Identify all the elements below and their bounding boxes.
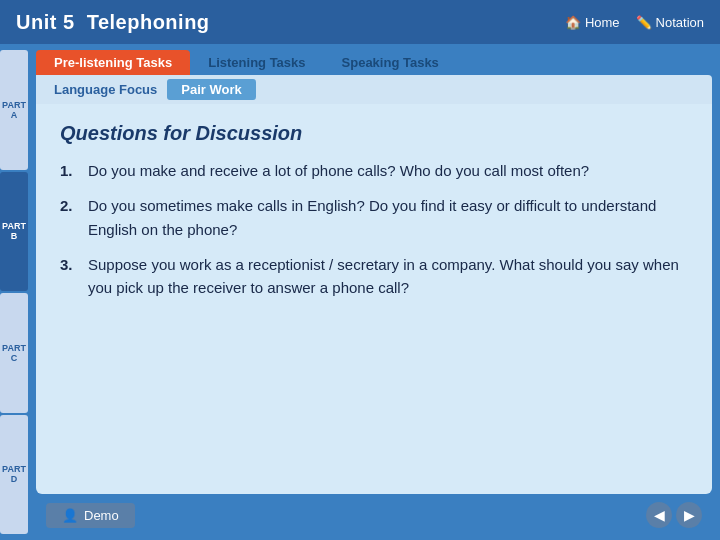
content-card: Questions for Discussion 1. Do you make … [36,104,712,494]
discussion-list: 1. Do you make and receive a lot of phon… [60,159,688,299]
tab-speaking[interactable]: Speaking Tasks [324,50,457,75]
subtab-language-focus[interactable]: Language Focus [44,79,167,100]
user-icon: 👤 [62,508,78,523]
next-button[interactable]: ▶ [676,502,702,528]
subtab-pair-work[interactable]: Pair Work [167,79,255,100]
side-labels: PART A PART B PART C PART D [0,44,28,540]
tab-pre-listening[interactable]: Pre-listening Tasks [36,50,190,75]
list-item: 2. Do you sometimes make calls in Englis… [60,194,688,241]
home-icon: 🏠 [565,15,581,30]
prev-button[interactable]: ◀ [646,502,672,528]
side-label-b[interactable]: PART B [0,172,28,292]
tab-listening[interactable]: Listening Tasks [190,50,323,75]
header-nav: 🏠 Home ✏️ Notation [565,15,704,30]
home-nav-item[interactable]: 🏠 Home [565,15,620,30]
side-label-d[interactable]: PART D [0,415,28,535]
side-label-a[interactable]: PART A [0,50,28,170]
main-content: Pre-listening Tasks Listening Tasks Spea… [28,44,720,540]
list-item: 1. Do you make and receive a lot of phon… [60,159,688,182]
nav-arrows: ◀ ▶ [646,502,702,528]
notation-nav-item[interactable]: ✏️ Notation [636,15,704,30]
outer-wrapper: PART A PART B PART C PART D Pre-listenin… [0,44,720,540]
bottom-bar: 👤 Demo ◀ ▶ [36,494,712,534]
list-item: 3. Suppose you work as a receptionist / … [60,253,688,300]
demo-button[interactable]: 👤 Demo [46,503,135,528]
tabs-row: Pre-listening Tasks Listening Tasks Spea… [36,50,712,75]
notation-icon: ✏️ [636,15,652,30]
header: Unit 5 Telephoning 🏠 Home ✏️ Notation [0,0,720,44]
discussion-title: Questions for Discussion [60,122,688,145]
header-title: Unit 5 Telephoning [16,11,210,34]
side-label-c[interactable]: PART C [0,293,28,413]
subtabs-row: Language Focus Pair Work [36,75,712,104]
